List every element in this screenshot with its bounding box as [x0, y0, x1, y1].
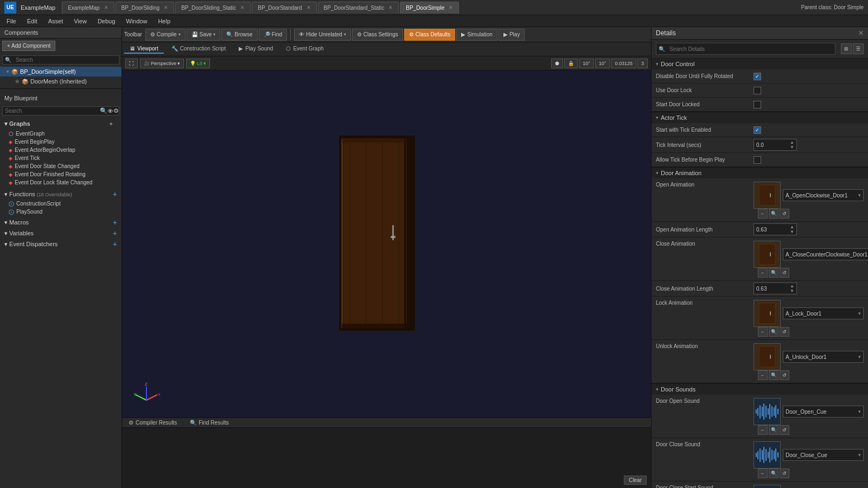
menu-item-edit[interactable]: Edit	[23, 17, 42, 25]
toolbar-compile-button[interactable]: ⚙Compile▾	[145, 29, 186, 41]
tab-close-icon[interactable]: ✕	[388, 5, 393, 10]
component-item-doormesh--inherited-[interactable]: ⊕ 📦DoorMesh (Inherited)	[0, 76, 122, 86]
bottom-tab-compiler-results[interactable]: ⚙Compiler Results	[122, 418, 183, 427]
graph-event-event-door-lock-state-changed[interactable]: ◆Event Door Lock State Changed	[0, 178, 122, 187]
toolbar-class-defaults-button[interactable]: ⚙Class Defaults	[404, 29, 455, 41]
checkbox-use-door-lock[interactable]	[754, 87, 761, 94]
asset-selector-door-close-sound[interactable]: Door_Close_Cue▾	[783, 449, 864, 461]
asset-find-button[interactable]: 🔍	[769, 425, 778, 435]
toolbar-simulation-button[interactable]: ▶Simulation	[456, 29, 497, 41]
menu-item-view[interactable]: View	[69, 17, 91, 25]
clear-button[interactable]: Clear	[624, 476, 647, 485]
menu-item-debug[interactable]: Debug	[93, 17, 119, 25]
asset-navigate-button[interactable]: ←	[758, 468, 768, 478]
menu-item-help[interactable]: Help	[154, 17, 175, 25]
asset-reset-button[interactable]: ↺	[780, 468, 789, 478]
function-playsound[interactable]: ⨀PlaySound	[0, 208, 122, 216]
num-input[interactable]: 0.63 ▲▼	[754, 282, 797, 294]
add-variable-button[interactable]: +	[113, 229, 117, 237]
details-section-header-door_animation[interactable]: ▾Door Animation	[652, 168, 868, 178]
asset-navigate-button[interactable]: ←	[758, 370, 768, 380]
toolbar-class-settings-button[interactable]: ⚙Class Settings	[352, 29, 403, 41]
toolbar-play-button[interactable]: ▶Play	[499, 29, 525, 41]
details-section-header-actor_tick[interactable]: ▾Actor Tick	[652, 112, 868, 123]
tab-close-icon[interactable]: ✕	[240, 5, 245, 10]
toolbar-find-button[interactable]: 🔎Find	[259, 29, 287, 41]
tab-close-icon[interactable]: ✕	[104, 5, 108, 10]
angle-snap-button[interactable]: 10°	[579, 59, 594, 68]
graph-event-event-door-finished-rotating[interactable]: ◆Event Door Finished Rotating	[0, 170, 122, 178]
details-section-header-door_sounds[interactable]: ▾Door Sounds	[652, 384, 868, 395]
asset-reset-button[interactable]: ↺	[780, 425, 789, 435]
scale-snap-button[interactable]: 10°	[595, 59, 610, 68]
asset-selector-open-animation[interactable]: A_OpenClockwise_Door1▾	[783, 189, 864, 201]
checkbox-start-door-locked[interactable]	[754, 101, 761, 108]
tab-BP_DoorSliding[interactable]: BP_DoorSliding✕	[116, 2, 175, 14]
asset-navigate-button[interactable]: ←	[758, 327, 768, 337]
graph-event-event-door-state-changed[interactable]: ◆Event Door State Changed	[0, 162, 122, 170]
tab-ExampleMap[interactable]: ExampleMap✕	[62, 2, 114, 14]
tab-BP_DoorSliding_Static[interactable]: BP_DoorSliding_Static✕	[175, 2, 251, 14]
sub-tab-play-sound[interactable]: ▶Play Sound	[233, 44, 278, 54]
graph-event-event-beginplay[interactable]: ◆Event BeginPlay	[0, 138, 122, 146]
number-input-tick-interval-(secs)[interactable]: 0.0▲▼	[754, 139, 797, 151]
toolbar-hide-unrelated-button[interactable]: 👁Hide Unrelated▾	[294, 29, 351, 41]
tab-BP_DoorSimple[interactable]: BP_DoorSimple✕	[400, 2, 459, 14]
asset-navigate-button[interactable]: ←	[758, 209, 768, 219]
checkbox-disable-door-until-fully-rotated[interactable]	[754, 73, 761, 80]
checkbox-allow-tick-before-begin-play[interactable]	[754, 156, 761, 164]
maximize-button[interactable]: ⛶	[125, 59, 138, 68]
details-list-view-button[interactable]: ☰	[853, 43, 864, 54]
sub-tab-construction-script[interactable]: 🔧Construction Script	[166, 44, 231, 54]
lit-button[interactable]: 💡 Lit ▾	[186, 59, 210, 68]
menu-item-file[interactable]: File	[2, 17, 21, 25]
asset-find-button[interactable]: 🔍	[769, 468, 778, 478]
tab-close-icon[interactable]: ✕	[164, 5, 168, 10]
details-section-header-door_control[interactable]: ▾Door Control	[652, 59, 868, 69]
graph-event-event-tick[interactable]: ◆Event Tick	[0, 154, 122, 162]
asset-selector-lock-animation[interactable]: A_Lock_Door1▾	[783, 307, 864, 319]
asset-find-button[interactable]: 🔍	[769, 327, 778, 337]
menu-item-asset[interactable]: Asset	[44, 17, 68, 25]
snap-button[interactable]: 🔒	[564, 59, 578, 68]
tab-close-icon[interactable]: ✕	[307, 5, 311, 10]
menu-item-window[interactable]: Window	[122, 17, 151, 25]
asset-navigate-button[interactable]: ←	[758, 268, 768, 278]
details-search-input[interactable]	[667, 45, 835, 53]
component-item-bp-doorsimple-self-[interactable]: ▾ 📦BP_DoorSimple(self)	[0, 67, 122, 76]
component-search-input[interactable]	[14, 56, 119, 64]
camera-speed-button[interactable]: 3	[637, 59, 648, 68]
asset-find-button[interactable]: 🔍	[769, 209, 778, 219]
function-constructionscript[interactable]: ⨀ConstructionScript	[0, 200, 122, 208]
asset-find-button[interactable]: 🔍	[769, 370, 778, 380]
blueprint-settings-icon[interactable]: ⚙	[113, 107, 119, 114]
asset-selector-close-animation[interactable]: A_CloseCounterClockwise_Door1▾	[783, 248, 868, 260]
blueprint-search-input[interactable]	[3, 107, 100, 115]
add-macro-button[interactable]: +	[113, 218, 117, 227]
add-graph-button[interactable]: +	[105, 119, 117, 129]
zoom-button[interactable]: 0.03125	[611, 59, 636, 68]
asset-reset-button[interactable]: ↺	[780, 327, 789, 337]
asset-selector-door-open-sound[interactable]: Door_Open_Cue▾	[783, 406, 864, 418]
asset-find-button[interactable]: 🔍	[769, 268, 778, 278]
grid-button[interactable]: ⬢	[551, 59, 563, 68]
add-component-button[interactable]: + Add Component	[2, 41, 55, 51]
asset-reset-button[interactable]: ↺	[780, 209, 789, 219]
sub-tab-event-graph[interactable]: ⬡Event Graph	[280, 44, 329, 54]
tab-close-icon[interactable]: ✕	[449, 5, 453, 10]
sub-tab-viewport[interactable]: 🖥Viewport	[124, 44, 164, 54]
graph-event-event-actorbeginoverlap[interactable]: ◆Event ActorBeginOverlap	[0, 146, 122, 154]
add-function-button[interactable]: +	[113, 190, 117, 198]
event-graph-item[interactable]: ⬡ EventGraph	[0, 130, 122, 138]
details-close-button[interactable]: ✕	[858, 29, 864, 37]
num-input[interactable]: 0.63 ▲▼	[754, 223, 797, 235]
add-dispatcher-button[interactable]: +	[113, 240, 117, 248]
asset-reset-button[interactable]: ↺	[780, 370, 789, 380]
tab-BP_DoorStandard_Static[interactable]: BP_DoorStandard_Static✕	[318, 2, 399, 14]
toolbar-save-button[interactable]: 💾Save▾	[187, 29, 221, 41]
blueprint-eye-icon[interactable]: 👁	[107, 108, 113, 114]
asset-selector-unlock-animation[interactable]: A_Unlock_Door1▾	[783, 351, 864, 363]
details-grid-view-button[interactable]: ⊞	[841, 43, 852, 54]
bottom-tab-find-results[interactable]: 🔍Find Results	[183, 418, 235, 427]
toolbar-browse-button[interactable]: 🔍Browse	[221, 29, 257, 41]
